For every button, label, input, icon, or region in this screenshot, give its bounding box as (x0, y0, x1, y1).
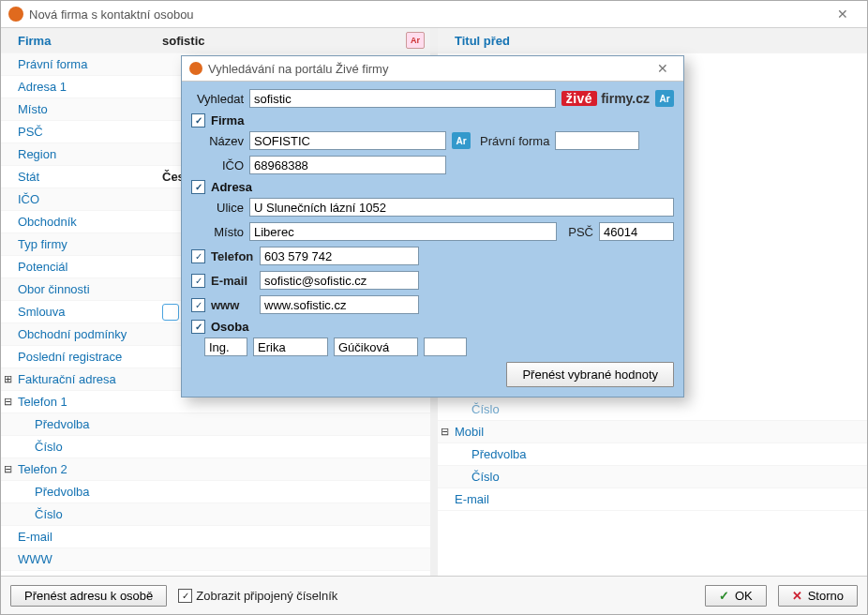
field-label: Stát (14, 170, 158, 184)
field-label: Předvolba (14, 417, 175, 431)
form-row[interactable]: ⊟Mobil (438, 421, 867, 443)
field-label: Číslo (451, 402, 612, 416)
tree-toggle-icon[interactable]: ⊟ (1, 396, 14, 408)
telefon-checkbox[interactable]: ✓ (191, 249, 205, 263)
field-label: Číslo (451, 470, 612, 484)
misto-input[interactable] (249, 222, 557, 241)
section-email: ✓ E-mail (191, 271, 674, 290)
email-input[interactable] (260, 271, 419, 290)
search-row: Vyhledat živé firmy.cz Ar (191, 89, 674, 108)
form-row[interactable]: E-mail (438, 488, 867, 511)
tree-toggle-icon[interactable]: ⊟ (1, 463, 14, 475)
ares-badge-icon[interactable]: Ar (406, 32, 425, 49)
section-telefon: ✓ Telefon (191, 247, 674, 265)
cancel-button[interactable]: ✕Storno (778, 585, 858, 607)
field-label: E-mail (451, 492, 595, 506)
osoba-titulza-input[interactable] (424, 338, 467, 356)
field-label: E-mail (14, 530, 158, 544)
field-label: Titul před (451, 34, 595, 48)
adresa-checkbox[interactable]: ✓ (191, 180, 205, 194)
form-row[interactable]: Číslo (1, 436, 430, 458)
field-value[interactable]: sofisticAr (158, 32, 430, 49)
lookup-dialog: Vyhledávání na portálu Živé firmy ✕ Vyhl… (181, 55, 684, 398)
ulice-input[interactable] (249, 198, 674, 217)
adresa-section-label: Adresa (211, 180, 252, 194)
form-row[interactable]: E-mail (1, 526, 430, 548)
app-icon (8, 7, 23, 22)
form-row[interactable]: FirmasofisticAr (1, 28, 430, 53)
field-label: PSČ (14, 125, 158, 139)
telefon-section-label: Telefon (211, 249, 254, 263)
osoba-prijmeni-input[interactable] (334, 338, 418, 356)
field-label: Předvolba (14, 485, 175, 499)
pravni-forma-input[interactable] (555, 131, 639, 150)
ok-button[interactable]: ✓OK (705, 585, 767, 607)
zivefirmy-branding: živé firmy.cz (561, 91, 650, 106)
nazev-input[interactable] (249, 131, 446, 150)
firma-checkbox[interactable]: ✓ (191, 113, 205, 128)
section-osoba: ✓ Osoba (191, 320, 674, 334)
ulice-label: Ulice (191, 201, 244, 215)
search-label: Vyhledat (191, 92, 244, 106)
field-label: Telefon 2 (14, 462, 158, 476)
window-close-button[interactable]: ✕ (826, 7, 860, 22)
show-linked-list-label: Zobrazit připojený číselník (196, 589, 337, 603)
field-checkbox[interactable] (162, 304, 179, 321)
field-label: Místo (14, 102, 158, 116)
zive-logo: živé (561, 91, 597, 106)
form-row[interactable]: Předvolba (438, 443, 867, 466)
field-label: Potenciál (14, 260, 158, 274)
field-label: Obchodník (14, 215, 158, 229)
form-row[interactable]: Číslo (438, 398, 867, 421)
osoba-jmeno-input[interactable] (253, 338, 328, 356)
form-row[interactable]: Číslo (438, 466, 867, 488)
misto-label: Místo (191, 225, 244, 239)
transfer-address-button[interactable]: Přenést adresu k osobě (10, 585, 167, 607)
dialog-body: Vyhledat živé firmy.cz Ar ✓ Firma Název … (182, 82, 683, 397)
psc-label: PSČ (568, 225, 593, 239)
transfer-selected-button[interactable]: Přenést vybrané hodnoty (506, 362, 674, 387)
osoba-titul-input[interactable] (204, 338, 247, 356)
osoba-fields (191, 338, 674, 356)
psc-input[interactable] (599, 222, 674, 241)
form-row[interactable]: ⊟Telefon 2 (1, 458, 430, 481)
close-icon: ✕ (792, 589, 802, 603)
form-row[interactable]: Číslo (1, 503, 430, 526)
dialog-close-button[interactable]: ✕ (650, 61, 676, 76)
firma-section-label: Firma (211, 113, 244, 128)
show-linked-list-checkbox[interactable]: ✓ Zobrazit připojený číselník (178, 589, 337, 603)
field-label: WWW (14, 552, 158, 566)
email-checkbox[interactable]: ✓ (191, 274, 205, 288)
tree-toggle-icon[interactable]: ⊟ (438, 426, 451, 438)
ares-icon[interactable]: Ar (655, 90, 674, 107)
dialog-title: Vyhledávání na portálu Živé firmy (208, 62, 388, 76)
check-icon: ✓ (719, 589, 729, 603)
main-window: Nová firma s kontaktní osobou ✕ Firmasof… (0, 0, 868, 615)
form-row[interactable]: Předvolba (1, 413, 430, 436)
www-input[interactable] (260, 295, 419, 314)
field-label: Číslo (14, 440, 175, 454)
form-row[interactable]: Titul před (438, 28, 867, 53)
field-label: Poslední registrace (14, 350, 158, 364)
field-label: IČO (14, 192, 158, 206)
field-label: Fakturační adresa (14, 372, 158, 386)
ares-lookup-icon[interactable]: Ar (452, 132, 471, 149)
field-label: Právní forma (14, 57, 158, 71)
osoba-checkbox[interactable]: ✓ (191, 320, 205, 334)
field-label: Smlouva (14, 305, 158, 319)
footer-bar: Přenést adresu k osobě ✓ Zobrazit připoj… (1, 576, 867, 614)
tree-toggle-icon[interactable]: ⊞ (1, 373, 14, 385)
window-title: Nová firma s kontaktní osobou (29, 8, 194, 22)
ico-input[interactable] (249, 156, 446, 174)
telefon-input[interactable] (260, 247, 419, 265)
dialog-footer: Přenést vybrané hodnoty (191, 362, 674, 387)
window-titlebar: Nová firma s kontaktní osobou ✕ (1, 1, 867, 28)
form-row[interactable]: WWW (1, 548, 430, 571)
nazev-label: Název (191, 134, 244, 148)
search-input[interactable] (249, 89, 556, 108)
field-label: Číslo (14, 507, 175, 521)
field-label: Předvolba (451, 447, 612, 461)
www-checkbox[interactable]: ✓ (191, 298, 205, 312)
field-label: Telefon 1 (14, 395, 158, 409)
form-row[interactable]: Předvolba (1, 481, 430, 503)
